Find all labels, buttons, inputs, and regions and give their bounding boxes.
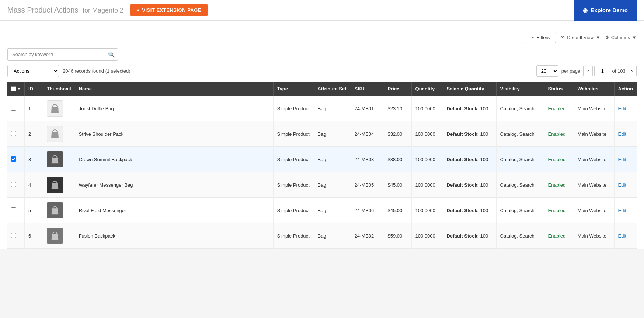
gear-icon: ⚙	[605, 35, 609, 40]
content-area: ▿ Filters 👁 Default View ▼ ⚙ Columns ▼ 🔍…	[0, 21, 644, 249]
row-thumbnail	[43, 198, 75, 223]
row-status: Enabled	[544, 147, 574, 172]
row-price: $38.00	[384, 147, 411, 172]
page-title: Mass Product Actions for Magento 2	[7, 6, 123, 14]
top-bar-left: Mass Product Actions for Magento 2 ● VIS…	[7, 4, 208, 16]
edit-link[interactable]: Edit	[618, 106, 626, 111]
row-id: 3	[24, 147, 43, 172]
table-row: 1 Joust Duffle BagSimple ProductBag24-MB…	[7, 96, 637, 121]
select-all-checkbox[interactable]	[11, 86, 16, 91]
row-price: $45.00	[384, 172, 411, 198]
columns-label: Columns	[611, 35, 630, 40]
row-sku: 24-MB01	[351, 96, 384, 121]
row-action: Edit	[614, 198, 637, 223]
actions-select[interactable]: Actions	[7, 65, 59, 77]
row-checkbox[interactable]	[11, 106, 16, 111]
table-row: 6 Fusion BackpackSimple ProductBag24-MB0…	[7, 223, 637, 249]
row-quantity: 100.0000	[411, 121, 443, 147]
edit-link[interactable]: Edit	[618, 208, 626, 213]
row-thumbnail	[43, 172, 75, 198]
row-price: $45.00	[384, 198, 411, 223]
search-input-wrap: 🔍	[7, 48, 118, 61]
row-checkbox[interactable]	[11, 131, 16, 136]
row-thumbnail	[43, 147, 75, 172]
filters-button[interactable]: ▿ Filters	[526, 32, 556, 43]
row-quantity: 100.0000	[411, 223, 443, 249]
row-attribute-set: Bag	[314, 172, 351, 198]
row-checkbox-cell	[7, 198, 24, 223]
status-badge: Enabled	[548, 182, 566, 188]
edit-link[interactable]: Edit	[618, 157, 626, 162]
row-id: 1	[24, 96, 43, 121]
row-attribute-set: Bag	[314, 223, 351, 249]
row-type: Simple Product	[273, 96, 314, 121]
status-badge: Enabled	[548, 233, 566, 239]
status-badge: Enabled	[548, 157, 566, 162]
per-page-label: per page	[561, 68, 580, 74]
row-price: $32.00	[384, 121, 411, 147]
columns-button[interactable]: ⚙ Columns ▼	[605, 35, 637, 40]
row-websites: Main Website	[574, 147, 614, 172]
row-id: 2	[24, 121, 43, 147]
row-checkbox[interactable]	[11, 233, 16, 238]
th-sku: SKU	[351, 82, 384, 96]
row-type: Simple Product	[273, 121, 314, 147]
row-checkbox[interactable]	[11, 207, 16, 212]
row-name: Fusion Backpack	[75, 223, 273, 249]
filters-label: Filters	[537, 35, 550, 40]
current-page-input[interactable]	[594, 66, 610, 76]
row-checkbox-cell	[7, 172, 24, 198]
edit-link[interactable]: Edit	[618, 131, 626, 137]
edit-link[interactable]: Edit	[618, 233, 626, 239]
row-quantity: 100.0000	[411, 147, 443, 172]
row-visibility: Catalog, Search	[496, 172, 544, 198]
row-salable-quantity: Default Stock: 100	[443, 198, 496, 223]
row-attribute-set: Bag	[314, 96, 351, 121]
search-input[interactable]	[7, 48, 118, 61]
per-page-select[interactable]: 2050100	[536, 65, 558, 77]
row-name: Wayfarer Messenger Bag	[75, 172, 273, 198]
toolbar-top: ▿ Filters 👁 Default View ▼ ⚙ Columns ▼	[7, 28, 637, 48]
row-salable-quantity: Default Stock: 100	[443, 172, 496, 198]
row-checkbox[interactable]	[11, 156, 16, 162]
row-name: Strive Shoulder Pack	[75, 121, 273, 147]
row-name: Crown Summit Backpack	[75, 147, 273, 172]
row-type: Simple Product	[273, 223, 314, 249]
th-visibility: Visibility	[496, 82, 544, 96]
row-salable-quantity: Default Stock: 100	[443, 121, 496, 147]
row-websites: Main Website	[574, 121, 614, 147]
chevron-down-icon-2: ▼	[632, 35, 637, 40]
row-visibility: Catalog, Search	[496, 147, 544, 172]
table-header: ▼ ID ↓ Thumbnail Name Type Attribute Set…	[7, 82, 637, 96]
th-action: Action	[614, 82, 637, 96]
row-visibility: Catalog, Search	[496, 121, 544, 147]
edit-link[interactable]: Edit	[618, 182, 626, 188]
top-bar: Mass Product Actions for Magento 2 ● VIS…	[0, 0, 644, 21]
prev-page-button[interactable]: ‹	[583, 66, 593, 76]
row-attribute-set: Bag	[314, 121, 351, 147]
row-thumbnail	[43, 223, 75, 249]
th-thumbnail: Thumbnail	[43, 82, 75, 96]
search-submit-button[interactable]: 🔍	[108, 51, 115, 58]
th-price: Price	[384, 82, 411, 96]
row-checkbox[interactable]	[11, 182, 16, 187]
total-pages-label: of 103	[612, 68, 625, 74]
page-title-main: Mass Product Actions	[7, 6, 78, 14]
explore-demo-btn[interactable]: ◉ Explore Demo	[574, 0, 637, 21]
filter-icon: ▿	[532, 35, 535, 40]
next-page-button[interactable]: ›	[627, 66, 637, 76]
th-attribute-set: Attribute Set	[314, 82, 351, 96]
th-status: Status	[544, 82, 574, 96]
search-bar: 🔍	[7, 48, 637, 61]
explore-icon: ◉	[583, 7, 588, 14]
row-action: Edit	[614, 223, 637, 249]
visit-extension-btn[interactable]: ● VISIT EXTENSION PAGE	[130, 4, 208, 16]
default-view-label: Default View	[567, 35, 594, 40]
row-type: Simple Product	[273, 172, 314, 198]
row-websites: Main Website	[574, 223, 614, 249]
row-type: Simple Product	[273, 147, 314, 172]
row-status: Enabled	[544, 198, 574, 223]
default-view-button[interactable]: 👁 Default View ▼	[560, 35, 601, 40]
th-salable-quantity: Salable Quantity	[443, 82, 496, 96]
row-visibility: Catalog, Search	[496, 198, 544, 223]
